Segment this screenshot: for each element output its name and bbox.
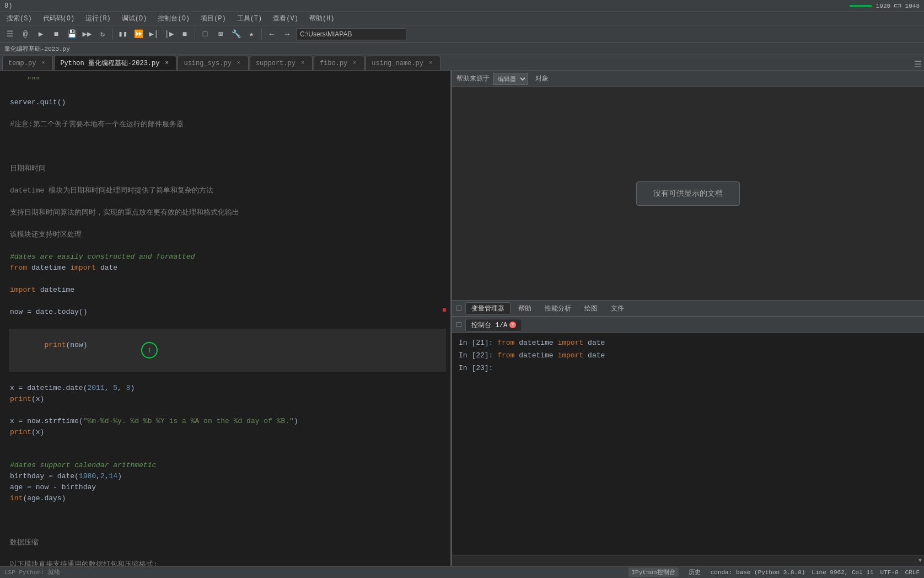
editor-content[interactable]: """ server.quit() #注意:第二个例子需要本地有一个在运行的邮件… <box>0 71 450 566</box>
conda-status: conda: base (Python 3.8.8) <box>711 569 805 576</box>
toolbar-step-icon[interactable]: ⏩ <box>132 28 145 41</box>
console-tab-label: 控制台 1/A <box>471 320 507 330</box>
tab-sys-close[interactable]: × <box>235 60 243 67</box>
history-label[interactable]: 历史 <box>685 568 704 577</box>
toolbar-grid-icon[interactable]: ⊠ <box>214 28 227 41</box>
toolbar-save-icon[interactable]: 💾 <box>65 28 78 41</box>
toolbar-run-icon[interactable]: ▶▶ <box>80 28 94 41</box>
code-line-2 <box>9 86 446 97</box>
tab-temp-close[interactable]: × <box>39 60 47 67</box>
toolbar-separator-2 <box>195 29 195 40</box>
code-line-36: int(age.days) <box>9 493 446 504</box>
menu-console[interactable]: 控制台(O) <box>153 13 194 24</box>
toolbar-pause-icon[interactable]: ▮▮ <box>116 28 130 41</box>
tab-name-close[interactable]: × <box>427 60 434 67</box>
code-line-16 <box>9 240 446 251</box>
tab-var-manager[interactable]: 变量管理器 <box>465 302 511 315</box>
code-line-38 <box>9 515 446 526</box>
menu-debug[interactable]: 调试(D) <box>117 13 152 24</box>
code-line-42: 以下模块直接支持通用的数据打包和压缩格式: <box>9 559 446 566</box>
toolbar-stepout-icon[interactable]: |▶ <box>163 28 176 41</box>
console-panel-icon[interactable]: □ <box>456 320 461 329</box>
toolbar-terminal-icon[interactable]: □ <box>198 28 212 41</box>
code-line-3: server.quit() <box>9 97 446 108</box>
tab-main-label: Python 量化编程基础-2023.py <box>60 58 159 68</box>
code-line-24: print(now) I <box>9 329 446 372</box>
tab-sys[interactable]: using_sys.py × <box>178 56 248 70</box>
toolbar-stepinto-icon[interactable]: ▶| <box>147 28 160 41</box>
toolbar-wrench-icon[interactable]: 🔧 <box>229 28 243 41</box>
toolbar-list-icon[interactable]: ☰ <box>3 28 17 41</box>
console-kw-from-22: from <box>497 351 514 360</box>
toolbar-star-icon[interactable]: ★ <box>245 28 258 41</box>
toolbar-play-icon[interactable]: ▶ <box>34 28 47 41</box>
lsp-status: LSP Python: 就绪 <box>4 568 60 576</box>
tab-profiler[interactable]: 性能分析 <box>539 303 577 314</box>
menubar: 搜索(S) 代码码(O) 运行(R) 调试(D) 控制台(O) 项目(P) 工具… <box>0 12 924 25</box>
console-import-22: import <box>557 351 583 360</box>
resolution-text: 1920 ⊏⊐ 1048 <box>876 2 920 9</box>
code-line-18: from datetime import date <box>9 263 446 274</box>
scroll-error-marker <box>443 308 446 312</box>
code-line-5: #注意:第二个例子需要本地有一个在运行的邮件服务器 <box>9 119 446 130</box>
toolbar-halt-icon[interactable]: ■ <box>178 28 191 41</box>
menu-run[interactable]: 运行(R) <box>81 13 115 24</box>
toolbar-separator-1 <box>112 29 113 40</box>
tab-main-close[interactable]: × <box>163 60 170 67</box>
tab-plots[interactable]: 绘图 <box>579 303 603 314</box>
help-source-select[interactable]: 编辑器 对象 <box>493 73 528 85</box>
menu-search[interactable]: 搜索(S) <box>2 13 36 24</box>
console-scroll-bar[interactable]: ▼ <box>452 555 924 566</box>
toolbar-forward-icon[interactable]: → <box>281 28 294 41</box>
toolbar-stop-icon[interactable]: ■ <box>50 28 63 41</box>
toolbar-refresh-icon[interactable]: ↻ <box>96 28 109 41</box>
code-line-21 <box>9 296 446 307</box>
tab-name[interactable]: using_name.py × <box>366 56 440 70</box>
ipython-console-label[interactable]: IPython控制台 <box>628 568 679 577</box>
toolbar-at-icon[interactable]: @ <box>19 28 32 41</box>
code-line-12 <box>9 196 446 207</box>
path-input[interactable] <box>296 28 406 40</box>
menu-help[interactable]: 帮助(H) <box>305 13 339 24</box>
console-prompt-21: In [21]: <box>459 339 497 347</box>
var-tabs: □ 变量管理器 帮助 性能分析 绘图 文件 <box>452 300 924 317</box>
line-ending-label: CRLF <box>905 569 920 576</box>
tab-help[interactable]: 帮助 <box>513 303 537 314</box>
code-line-35: age = now - birthday <box>9 482 446 493</box>
tab-temp[interactable]: temp.py × <box>2 56 53 70</box>
console-line-23: In [23]: <box>459 363 917 374</box>
tab-fibo[interactable]: fibo.py × <box>314 56 364 70</box>
code-line-8 <box>9 152 446 163</box>
tab-support-close[interactable]: × <box>299 60 307 67</box>
filepath-text: 量化编程基础-2023.py <box>4 45 70 53</box>
tabs-menu-icon[interactable]: ☰ <box>914 59 922 70</box>
code-line-23 <box>9 318 446 329</box>
toolbar-back-icon[interactable]: ← <box>265 28 278 41</box>
tab-files[interactable]: 文件 <box>605 303 630 314</box>
menu-tools[interactable]: 工具(T) <box>233 13 267 24</box>
code-line-26: x = datetime.date(2011, 5, 8) <box>9 383 446 394</box>
code-line-41 <box>9 548 446 559</box>
tab-support-label: support.py <box>256 60 296 67</box>
menu-project[interactable]: 项目(P) <box>196 13 230 24</box>
tab-main[interactable]: Python 量化编程基础-2023.py × <box>54 56 176 70</box>
console-prompt-23: In [23]: <box>459 364 493 372</box>
console-close-btn[interactable]: × <box>509 322 516 328</box>
cursor-indicator: I <box>141 342 158 358</box>
tab-support[interactable]: support.py × <box>250 56 313 70</box>
var-panel-icon[interactable]: □ <box>456 304 461 313</box>
code-line-34: birthday = date(1980,2,14) <box>9 471 446 482</box>
tab-console-1[interactable]: 控制台 1/A × <box>465 319 522 331</box>
console-import-21: import <box>557 339 583 347</box>
code-line-17: #dates are easily constructed and format… <box>9 251 446 263</box>
scroll-down-icon[interactable]: ▼ <box>918 558 922 564</box>
code-line-25 <box>9 372 446 383</box>
console-tabs: □ 控制台 1/A × <box>452 317 924 333</box>
ipython-console[interactable]: In [21]: from datetime import date In [2… <box>452 333 924 555</box>
titlebar-right: 1920 ⊏⊐ 1048 <box>850 2 920 9</box>
menu-code[interactable]: 代码码(O) <box>39 13 79 24</box>
menu-view[interactable]: 查看(V) <box>268 13 303 24</box>
code-line-28 <box>9 405 446 416</box>
tabs-bar: temp.py × Python 量化编程基础-2023.py × using_… <box>0 55 924 71</box>
tab-fibo-close[interactable]: × <box>351 60 358 67</box>
